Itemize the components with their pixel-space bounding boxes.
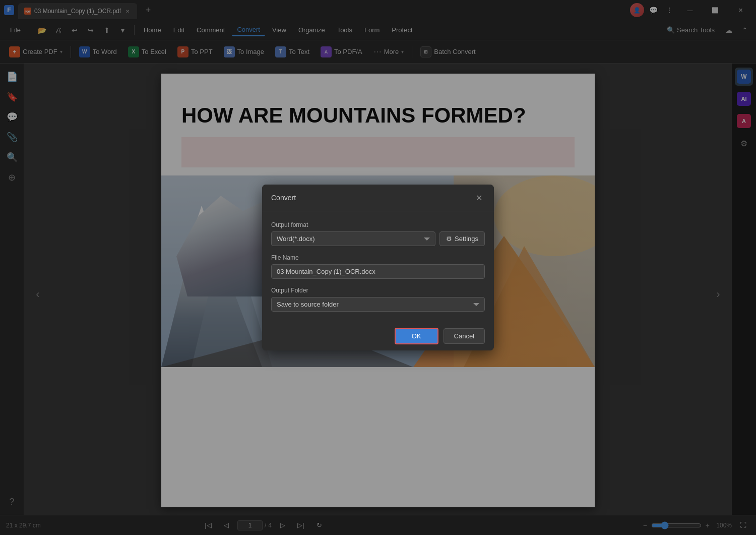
output-format-label: Output format <box>271 221 485 228</box>
output-format-select[interactable]: Word(*.docx) Excel(*.xlsx) PowerPoint(*.… <box>271 231 435 246</box>
dialog-header: Convert ✕ <box>262 185 494 211</box>
settings-label: Settings <box>455 235 478 243</box>
output-folder-section: Output Folder Save to source folder Cust… <box>271 287 485 312</box>
file-name-label: File Name <box>271 254 485 261</box>
ok-button[interactable]: OK <box>395 328 438 344</box>
settings-button[interactable]: ⚙ Settings <box>439 231 485 246</box>
convert-dialog: Convert ✕ Output format Word(*.docx) Exc… <box>262 185 494 350</box>
dialog-body: Output format Word(*.docx) Excel(*.xlsx)… <box>262 211 494 322</box>
output-format-section: Output format Word(*.docx) Excel(*.xlsx)… <box>271 221 485 246</box>
dialog-overlay: Convert ✕ Output format Word(*.docx) Exc… <box>0 0 756 535</box>
dialog-footer: OK Cancel <box>262 322 494 350</box>
dialog-title: Convert <box>271 194 296 202</box>
file-name-input[interactable] <box>271 264 485 279</box>
cancel-button[interactable]: Cancel <box>444 328 485 344</box>
dialog-close-button[interactable]: ✕ <box>473 192 485 204</box>
file-name-section: File Name <box>271 254 485 279</box>
output-format-row: Word(*.docx) Excel(*.xlsx) PowerPoint(*.… <box>271 231 485 246</box>
settings-gear-icon: ⚙ <box>446 235 452 243</box>
output-folder-select[interactable]: Save to source folder Custom folder <box>271 297 485 312</box>
output-folder-label: Output Folder <box>271 287 485 294</box>
